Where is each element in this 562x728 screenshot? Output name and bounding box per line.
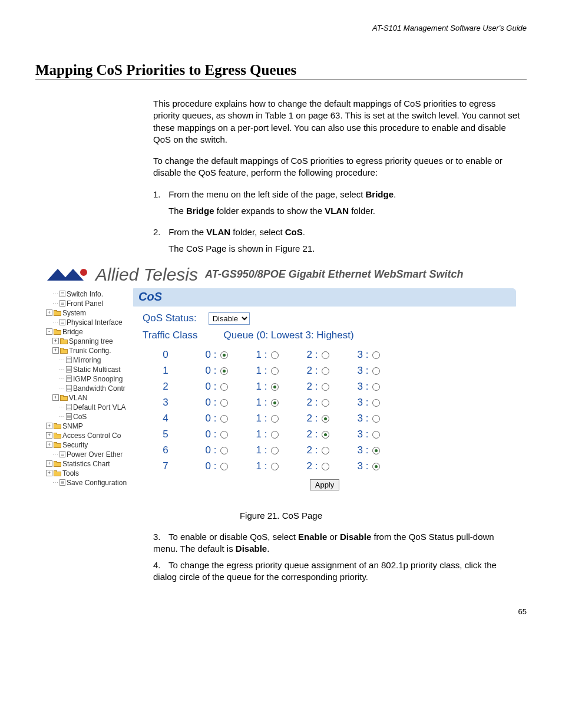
tree-item-power-over-ether[interactable]: ⋯Power Over Ether: [46, 450, 133, 459]
queue-radio[interactable]: [220, 415, 228, 423]
queue-label: 2 :: [302, 460, 318, 472]
page-icon: [66, 404, 72, 410]
folder-icon: [60, 338, 68, 344]
expand-icon[interactable]: +: [52, 347, 59, 354]
queue-radio[interactable]: [372, 447, 380, 454]
queue-radio[interactable]: [322, 415, 329, 423]
step-3: 3. To enable or disable QoS, select Enab…: [153, 531, 521, 555]
collapse-icon[interactable]: -: [46, 328, 52, 335]
queue-cell-2: 2 :: [290, 444, 340, 456]
step-2: 2. From the VLAN folder, select CoS.: [153, 226, 521, 238]
queue-radio[interactable]: [220, 367, 228, 375]
queue-radio[interactable]: [372, 351, 380, 359]
traffic-class-value: 6: [143, 444, 189, 456]
tree-item-save-configuration[interactable]: ⋯Save Configuration: [46, 478, 133, 487]
apply-button[interactable]: Apply: [310, 479, 340, 490]
expand-icon[interactable]: +: [46, 309, 52, 316]
tree-item-tools[interactable]: +Tools: [46, 469, 133, 478]
queue-radio[interactable]: [322, 463, 329, 470]
queue-cell-3: 3 :: [340, 349, 391, 361]
queue-radio[interactable]: [220, 383, 228, 391]
queue-label: 1 :: [251, 460, 267, 472]
queue-label: 0 :: [200, 381, 217, 393]
queue-label: 0 :: [200, 444, 217, 456]
queue-radio[interactable]: [271, 415, 279, 423]
tree-item-static-multicast[interactable]: ⋯Static Multicast: [46, 365, 133, 374]
expand-icon[interactable]: +: [52, 338, 59, 344]
tree-item-statistics-chart[interactable]: +Statistics Chart: [46, 459, 133, 469]
tree-item-cos[interactable]: ⋯CoS: [46, 412, 133, 421]
queue-radio[interactable]: [271, 431, 279, 439]
queue-radio[interactable]: [220, 351, 228, 359]
queue-cell-3: 3 :: [340, 460, 391, 472]
expand-icon[interactable]: +: [46, 470, 52, 476]
tree-item-system[interactable]: +System: [46, 308, 133, 318]
tree-connector-icon: ⋯: [59, 374, 64, 384]
queue-radio[interactable]: [372, 383, 380, 391]
queue-radio[interactable]: [322, 383, 329, 391]
cos-row-6: 60 :1 :2 :3 :: [143, 443, 507, 459]
tree-item-switch-info-[interactable]: ⋯Switch Info.: [46, 289, 133, 299]
queue-radio[interactable]: [372, 367, 380, 375]
queue-radio[interactable]: [372, 399, 380, 407]
queue-radio[interactable]: [220, 447, 228, 454]
tree-connector-icon: ⋯: [59, 403, 64, 412]
tree-item-mirroring[interactable]: ⋯Mirroring: [46, 355, 133, 365]
queue-cell-3: 3 :: [340, 444, 391, 456]
queue-cell-2: 2 :: [290, 349, 340, 361]
tree-item-label: Power Over Ether: [67, 450, 123, 459]
queue-label: 3 :: [352, 365, 369, 377]
tree-item-label: Statistics Chart: [62, 459, 110, 469]
tree-item-trunk-config-[interactable]: +Trunk Config.: [46, 346, 133, 355]
tree-item-snmp[interactable]: +SNMP: [46, 421, 133, 431]
tree-item-label: Tools: [62, 469, 79, 478]
queue-radio[interactable]: [322, 447, 329, 454]
tree-item-bandwidth-contr[interactable]: ⋯Bandwidth Contr: [46, 384, 133, 393]
tree-item-bridge[interactable]: -Bridge: [46, 327, 133, 337]
queue-radio[interactable]: [322, 431, 329, 439]
expand-icon[interactable]: +: [46, 432, 52, 439]
tree-item-access-control-co[interactable]: +Access Control Co: [46, 431, 133, 440]
folder-icon: [60, 348, 68, 354]
tree-item-security[interactable]: +Security: [46, 440, 133, 450]
tree-item-spanning-tree[interactable]: +Spanning tree: [46, 337, 133, 346]
folder-icon: [54, 470, 61, 476]
intro-paragraph-1: This procedure explains how to change th…: [153, 98, 521, 146]
queue-label: 2 :: [302, 365, 318, 377]
traffic-class-value: 0: [143, 349, 189, 361]
expand-icon[interactable]: +: [46, 460, 52, 467]
section-heading: Mapping CoS Priorities to Egress Queues: [35, 62, 527, 80]
page-icon: [59, 451, 65, 457]
queue-radio[interactable]: [271, 383, 279, 391]
tree-item-igmp-snooping[interactable]: ⋯IGMP Snooping: [46, 374, 133, 384]
tree-item-label: Physical Interface: [67, 318, 123, 327]
queue-radio[interactable]: [220, 463, 228, 470]
queue-cell-2: 2 :: [290, 381, 340, 393]
tree-item-physical-interface[interactable]: ⋯Physical Interface: [46, 318, 133, 327]
queue-radio[interactable]: [322, 351, 329, 359]
tree-item-default-port-vla[interactable]: ⋯Default Port VLA: [46, 403, 133, 412]
expand-icon[interactable]: +: [46, 442, 52, 448]
queue-radio[interactable]: [271, 447, 279, 454]
queue-radio[interactable]: [271, 367, 279, 375]
nav-tree[interactable]: ⋯Switch Info.⋯Front Panel+System⋯Physica…: [46, 288, 133, 487]
tree-item-front-panel[interactable]: ⋯Front Panel: [46, 299, 133, 308]
tree-item-vlan[interactable]: +VLAN: [46, 393, 133, 403]
step-2-result: The CoS Page is shown in Figure 21.: [168, 243, 521, 255]
queue-radio[interactable]: [220, 399, 228, 407]
queue-radio[interactable]: [322, 399, 329, 407]
queue-radio[interactable]: [372, 415, 380, 423]
cos-panel: CoS QoS Status: Disable Traffic Class Qu…: [133, 288, 516, 499]
expand-icon[interactable]: +: [52, 394, 59, 401]
expand-icon[interactable]: +: [46, 423, 52, 429]
queue-radio[interactable]: [271, 399, 279, 407]
queue-radio[interactable]: [271, 351, 279, 359]
queue-radio[interactable]: [372, 431, 380, 439]
queue-radio[interactable]: [220, 431, 228, 439]
queue-radio[interactable]: [271, 463, 279, 470]
queue-cell-0: 0 :: [189, 381, 239, 393]
queue-radio[interactable]: [322, 367, 329, 375]
qos-status-select[interactable]: Disable: [209, 312, 250, 325]
queue-radio[interactable]: [372, 463, 380, 470]
tree-item-label: SNMP: [62, 421, 83, 431]
